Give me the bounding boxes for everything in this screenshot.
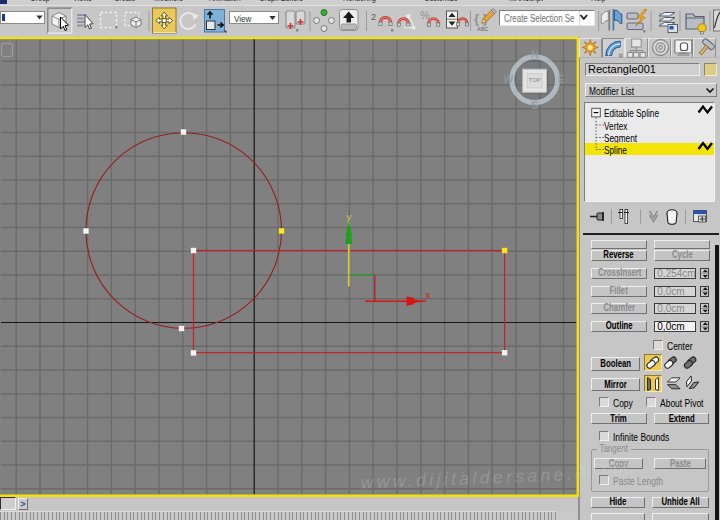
svg-text:S: S [531, 99, 538, 111]
svg-text:TOP: TOP [529, 77, 541, 83]
svg-text:W: W [503, 73, 513, 85]
svg-text:x: x [426, 289, 431, 300]
svg-text:E: E [558, 73, 565, 85]
svg-text:N: N [531, 48, 539, 60]
svg-text:y: y [347, 211, 352, 222]
svg-text:www.dijitaldersane.c: www.dijitaldersane.c [360, 463, 579, 492]
